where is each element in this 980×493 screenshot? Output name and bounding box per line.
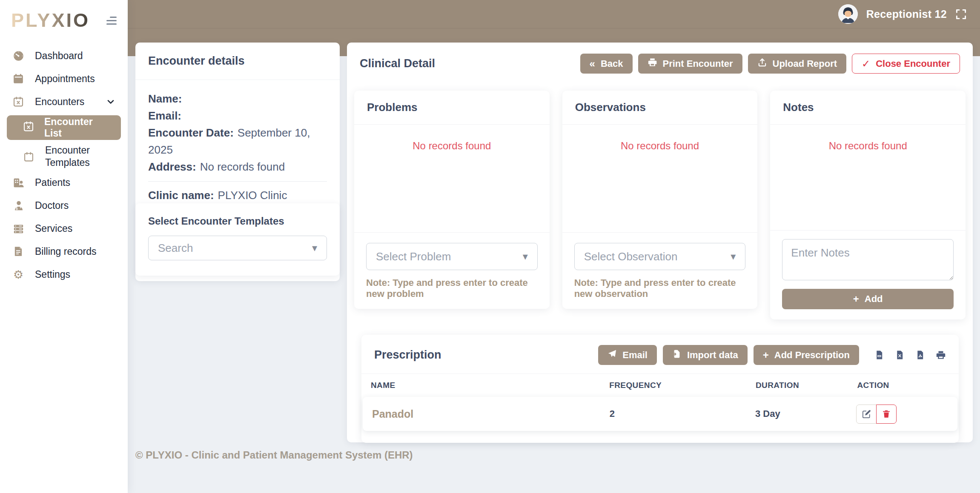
paper-plane-icon (607, 349, 617, 361)
sidebar-item-billing-records[interactable]: Billing records (0, 240, 128, 263)
clinical-detail-panel: Clinical Detail « Back Print Encounter U… (347, 43, 973, 442)
back-button[interactable]: « Back (580, 54, 633, 74)
add-note-button[interactable]: + Add (782, 289, 954, 309)
problems-empty-text: No records found (413, 140, 491, 151)
problems-card: Problems No records found Select Problem… (354, 91, 550, 309)
sidebar-item-appointments[interactable]: Appointments (0, 67, 128, 90)
sidebar-item-label: Encounter Templates (45, 144, 113, 169)
export-pdf-icon[interactable] (915, 350, 925, 360)
field-encounter-date: Encounter Date:September 10, 2025 (148, 124, 327, 158)
select-encounter-templates-card: Select Encounter Templates Search ▾ (135, 203, 340, 276)
prescription-table-header: NAME FREQUENCY DURATION ACTION (361, 374, 959, 396)
field-name: Name: (148, 90, 327, 107)
edit-button[interactable] (856, 405, 877, 424)
hospital-user-icon (12, 177, 25, 188)
col-action: ACTION (857, 381, 959, 390)
add-prescription-button[interactable]: + Add Prescription (754, 345, 859, 365)
prescription-name: Panadol (363, 408, 610, 420)
clinical-actions: « Back Print Encounter Upload Report ✓ C… (580, 54, 960, 74)
copyright-icon: © (135, 449, 143, 461)
sidebar-item-encounter-templates[interactable]: Encounter Templates (0, 142, 128, 171)
chevron-down-icon: ▾ (523, 251, 528, 262)
avatar[interactable] (838, 4, 858, 24)
row-actions (856, 405, 957, 424)
footer-copyright: © PLYXIO - Clinic and Patient Management… (135, 449, 413, 461)
calendar-icon (12, 73, 25, 84)
sidebar-item-patients[interactable]: Patients (0, 171, 128, 194)
encounter-templates-select[interactable]: Search ▾ (148, 236, 327, 260)
field-address: Address:No records found (148, 158, 327, 175)
trash-icon (882, 409, 891, 419)
print-icon[interactable] (936, 350, 946, 360)
fullscreen-icon[interactable] (955, 8, 967, 20)
sidebar-menu: Dashboard Appointments Encounters Encoun… (0, 41, 128, 286)
prescription-duration: 3 Day (755, 408, 856, 419)
table-row: Panadol 2 3 Day (363, 397, 957, 431)
invoice-icon (12, 246, 25, 257)
notes-card: Notes No records found + Add (770, 91, 966, 319)
problems-note: Note: Type and press enter to create new… (366, 277, 538, 299)
encounter-details-title: Encounter details (135, 43, 340, 80)
problems-footer: Select Problem ▾ Note: Type and press en… (354, 232, 550, 309)
import-data-button[interactable]: Import data (663, 345, 748, 365)
file-import-icon (672, 349, 682, 361)
clinical-detail-header: Clinical Detail « Back Print Encounter U… (347, 43, 973, 81)
sidebar-item-encounter-list[interactable]: Encounter List (7, 115, 121, 140)
observations-title: Observations (562, 91, 758, 125)
select-observation-dropdown[interactable]: Select Observation ▾ (574, 243, 746, 270)
close-encounter-button[interactable]: ✓ Close Encounter (852, 54, 960, 74)
upload-report-button[interactable]: Upload Report (748, 54, 847, 74)
notes-body: No records found (770, 125, 966, 230)
notes-empty-text: No records found (829, 140, 907, 151)
clinical-detail-title: Clinical Detail (360, 57, 435, 70)
prescription-actions: Email Import data + Add Prescription (598, 345, 946, 365)
field-clinic-name: Clinic name:PLYXIO Clinic (148, 187, 327, 204)
sidebar-item-label: Encounter List (44, 116, 111, 139)
sidebar-item-doctors[interactable]: Doctors (0, 194, 128, 217)
sidebar-toggle-icon[interactable] (106, 17, 117, 25)
email-button[interactable]: Email (598, 345, 657, 365)
notes-footer: + Add (770, 230, 966, 319)
problems-title: Problems (354, 91, 550, 125)
chevron-down-icon (106, 97, 116, 107)
logo[interactable]: PLYXIO (11, 9, 90, 31)
doctor-icon (12, 200, 25, 211)
calendar-x-icon (12, 96, 25, 107)
search-placeholder: Search (158, 242, 193, 255)
prescription-title: Prescription (374, 348, 441, 362)
sidebar-item-encounters[interactable]: Encounters (0, 90, 128, 113)
print-encounter-button[interactable]: Print Encounter (638, 54, 742, 74)
select-problem-dropdown[interactable]: Select Problem ▾ (366, 243, 538, 270)
divider (148, 181, 327, 182)
notes-input[interactable] (782, 239, 954, 280)
logo-row: PLYXIO (0, 0, 128, 41)
sidebar-item-label: Dashboard (35, 50, 83, 62)
col-duration: DURATION (756, 381, 857, 390)
sidebar-item-dashboard[interactable]: Dashboard (0, 44, 128, 67)
sidebar-item-settings[interactable]: ⚙ Settings (0, 263, 128, 286)
export-csv-icon[interactable] (874, 350, 884, 360)
prescription-frequency: 2 (610, 408, 755, 419)
sidebar-item-label: Encounters (35, 96, 84, 108)
field-email: Email: (148, 107, 327, 124)
observations-footer: Select Observation ▾ Note: Type and pres… (562, 232, 758, 309)
user-name[interactable]: Receptionist 12 (866, 8, 947, 20)
delete-button[interactable] (876, 405, 897, 424)
server-stack-icon (12, 223, 25, 234)
dashboard-icon (12, 50, 25, 62)
chevron-down-icon: ▾ (312, 242, 317, 254)
export-excel-icon[interactable] (895, 350, 905, 360)
observations-note: Note: Type and press enter to create new… (574, 277, 746, 299)
sidebar: PLYXIO Dashboard Appointments Encounters (0, 0, 128, 493)
sidebar-item-services[interactable]: Services (0, 217, 128, 240)
check-icon: ✓ (862, 59, 870, 69)
chevron-down-icon: ▾ (731, 251, 736, 262)
observations-card: Observations No records found Select Obs… (562, 91, 758, 309)
sidebar-item-label: Doctors (35, 200, 69, 211)
observations-body: No records found (562, 125, 758, 232)
calendar-blank-icon (22, 151, 35, 162)
gears-icon: ⚙ (12, 269, 25, 280)
clinical-cards-row: Problems No records found Select Problem… (354, 91, 966, 319)
problems-body: No records found (354, 125, 550, 232)
plus-icon: + (763, 350, 769, 360)
